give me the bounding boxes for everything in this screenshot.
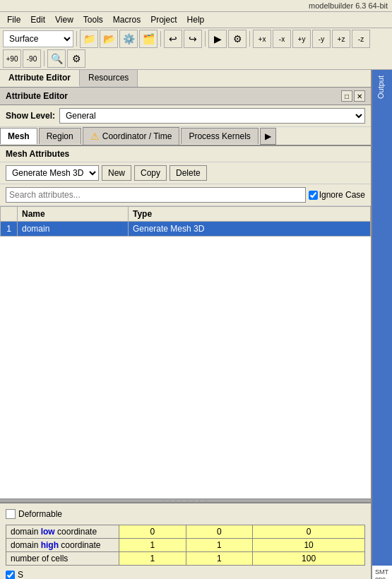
col-num <box>1 207 18 222</box>
toolbar-nav5[interactable]: +z <box>332 30 350 48</box>
toolbar-zoom[interactable]: 🔍 <box>47 49 66 68</box>
toolbar-run2[interactable]: ⚙ <box>228 30 247 48</box>
toolbar-nav2[interactable]: -x <box>273 30 291 48</box>
attr-editor-title: Attribute Editor <box>6 91 68 101</box>
tab-resources[interactable]: Resources <box>80 70 138 87</box>
toolbar-settings[interactable]: ⚙ <box>67 49 85 68</box>
toolbar-redo[interactable]: ↪ <box>184 30 202 48</box>
toolbar-btn-1[interactable]: 📁 <box>80 30 98 48</box>
ignore-case-checkbox[interactable] <box>309 191 318 200</box>
row-type-1[interactable]: Generate Mesh 3D <box>128 222 370 237</box>
right-side-panel: Output SMT ope... <box>372 70 392 579</box>
attr-table: Name Type 1 domain Generate Mesh 3D <box>0 206 371 237</box>
toolbar-btn-4[interactable]: 🗂️ <box>139 30 158 48</box>
bottom-panel: Deformable domain low coordinate 0 0 0 d… <box>0 503 371 579</box>
prop-value-cells-0[interactable]: 1 <box>119 552 186 566</box>
attr-toolbar: Generate Mesh 3D New Copy Delete <box>0 162 371 184</box>
col-type[interactable]: Type <box>128 207 370 222</box>
toolbar-undo[interactable]: ↩ <box>164 30 182 48</box>
toolbar-nav1[interactable]: +x <box>253 30 271 48</box>
toolbar-nav4[interactable]: -y <box>312 30 331 48</box>
toolbar-btn-2[interactable]: 📂 <box>100 30 118 48</box>
attr-editor-minimize[interactable]: □ <box>341 90 352 102</box>
col-name[interactable]: Name <box>18 207 129 222</box>
panel-tabs: Attribute Editor Resources <box>0 70 371 88</box>
attr-editor-header: Attribute Editor □ ✕ <box>0 88 371 105</box>
toolbar-rot-minus[interactable]: -90 <box>23 49 41 68</box>
output-label: S <box>18 570 23 579</box>
menu-bar: File Edit View Tools Macros Project Help <box>0 12 392 28</box>
toolbar-sep-2 <box>160 31 161 47</box>
prop-value-high-2[interactable]: 10 <box>253 539 365 552</box>
toolbar-run[interactable]: ▶ <box>208 30 227 48</box>
menu-tools[interactable]: Tools <box>79 13 107 26</box>
attr-table-area: Name Type 1 domain Generate Mesh 3D <box>0 206 371 499</box>
attr-editor-close[interactable]: ✕ <box>354 90 365 102</box>
toolbar-sep-1 <box>76 31 77 47</box>
menu-project[interactable]: Project <box>146 13 181 26</box>
toolbar-nav3[interactable]: +y <box>292 30 311 48</box>
search-input[interactable] <box>6 187 306 203</box>
btn-copy[interactable]: Copy <box>134 165 167 181</box>
prop-row-high: domain high coordinate 1 1 10 <box>6 539 365 552</box>
prop-label-cells: number of cells <box>6 552 119 566</box>
smt-line2: ope... <box>375 575 389 579</box>
toolbar-sep-4 <box>249 31 250 47</box>
tab-mesh[interactable]: Mesh <box>0 128 37 144</box>
title-bar: modelbuilder 6.3 64-bit <box>0 0 392 12</box>
content-tabs: Mesh Region ⚠ Coordinator / Time Process… <box>0 127 371 146</box>
row-name-1[interactable]: domain <box>18 222 129 237</box>
show-level-row: Show Level: General Advanced <box>0 105 371 127</box>
tab-process-kernels[interactable]: Process Kernels <box>181 128 258 144</box>
mesh-attrs-section: Mesh Attributes <box>0 146 371 162</box>
output-checkbox[interactable] <box>6 571 15 580</box>
deformable-row: Deformable <box>6 509 365 519</box>
menu-file[interactable]: File <box>3 13 25 26</box>
prop-label-high: domain high coordinate <box>6 539 119 552</box>
prop-value-high-1[interactable]: 1 <box>186 539 253 552</box>
search-row: Ignore Case <box>0 184 371 206</box>
btn-new[interactable]: New <box>102 165 131 181</box>
smt-area: SMT ope... <box>372 566 392 579</box>
prop-value-cells-1[interactable]: 1 <box>186 552 253 566</box>
prop-value-low-0[interactable]: 0 <box>119 525 186 539</box>
show-level-label: Show Level: <box>6 111 55 121</box>
output-row: S <box>6 570 365 579</box>
tab-region[interactable]: Region <box>39 128 81 144</box>
btn-delete[interactable]: Delete <box>170 165 207 181</box>
ignore-case-label[interactable]: Ignore Case <box>309 190 365 200</box>
toolbar-rot-plus[interactable]: +90 <box>3 49 21 68</box>
prop-row-low: domain low coordinate 0 0 0 <box>6 525 365 539</box>
prop-value-cells-2[interactable]: 100 <box>253 552 365 566</box>
menu-macros[interactable]: Macros <box>109 13 145 26</box>
prop-value-high-0[interactable]: 1 <box>119 539 186 552</box>
smt-line1: SMT <box>375 568 389 575</box>
deformable-label: Deformable <box>18 509 62 519</box>
toolbar-btn-3[interactable]: ⚙️ <box>119 30 138 48</box>
surface-type-dropdown[interactable]: Surface Volume Edge <box>3 30 73 47</box>
attr-type-dropdown[interactable]: Generate Mesh 3D <box>6 165 99 181</box>
toolbar-sep-5 <box>44 51 44 66</box>
toolbar-nav6[interactable]: -z <box>352 30 370 48</box>
main-area: Attribute Editor Resources Attribute Edi… <box>0 70 392 579</box>
menu-view[interactable]: View <box>51 13 78 26</box>
prop-value-low-1[interactable]: 0 <box>186 525 253 539</box>
show-level-select[interactable]: General Advanced <box>59 108 365 124</box>
tab-attribute-editor[interactable]: Attribute Editor <box>0 70 80 87</box>
deformable-checkbox[interactable] <box>6 509 16 519</box>
toolbar: Surface Volume Edge 📁 📂 ⚙️ 🗂️ ↩ ↪ ▶ ⚙ +x… <box>0 28 392 70</box>
left-panel: Attribute Editor Resources Attribute Edi… <box>0 70 372 579</box>
warning-icon: ⚠ <box>90 131 100 142</box>
tab-coordinator-time[interactable]: ⚠ Coordinator / Time <box>83 127 180 145</box>
mesh-attrs-title: Mesh Attributes <box>6 149 69 159</box>
table-row[interactable]: 1 domain Generate Mesh 3D <box>1 222 371 237</box>
attr-editor-btns: □ ✕ <box>341 90 365 102</box>
output-tab[interactable]: Output <box>372 70 392 105</box>
app-title: modelbuilder 6.3 64-bit <box>309 1 388 10</box>
tab-more-arrow[interactable]: ▶ <box>260 128 276 145</box>
prop-value-low-2[interactable]: 0 <box>253 525 365 539</box>
menu-help[interactable]: Help <box>183 13 209 26</box>
menu-edit[interactable]: Edit <box>26 13 49 26</box>
toolbar-sep-3 <box>205 31 206 47</box>
prop-label-low: domain low coordinate <box>6 525 119 539</box>
